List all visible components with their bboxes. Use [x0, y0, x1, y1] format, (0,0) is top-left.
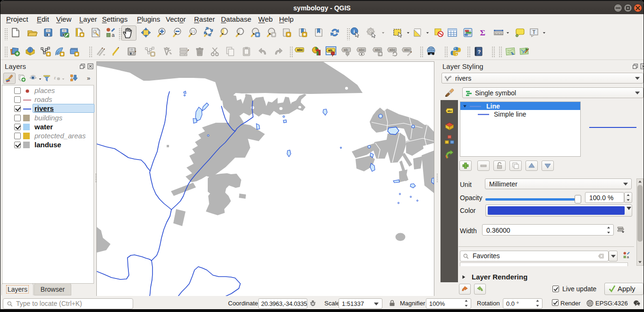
- svg-text:abc: abc: [297, 48, 303, 52]
- svg-text:a: a: [627, 255, 629, 259]
- svg-text:a: a: [112, 32, 115, 38]
- svg-text:abc: abc: [448, 110, 452, 112]
- svg-text:i: i: [354, 28, 355, 34]
- svg-text:T: T: [533, 29, 536, 35]
- svg-text:?: ?: [478, 49, 481, 55]
- svg-text:abc: abc: [390, 48, 396, 52]
- svg-text:1:1: 1:1: [191, 30, 195, 33]
- svg-text:Σ: Σ: [480, 28, 485, 37]
- svg-text:abc: abc: [404, 48, 410, 52]
- svg-text:ab: ab: [344, 48, 348, 52]
- svg-text:abc: abc: [375, 48, 381, 52]
- svg-text:abc: abc: [359, 48, 365, 52]
- svg-text:ε: ε: [54, 76, 56, 80]
